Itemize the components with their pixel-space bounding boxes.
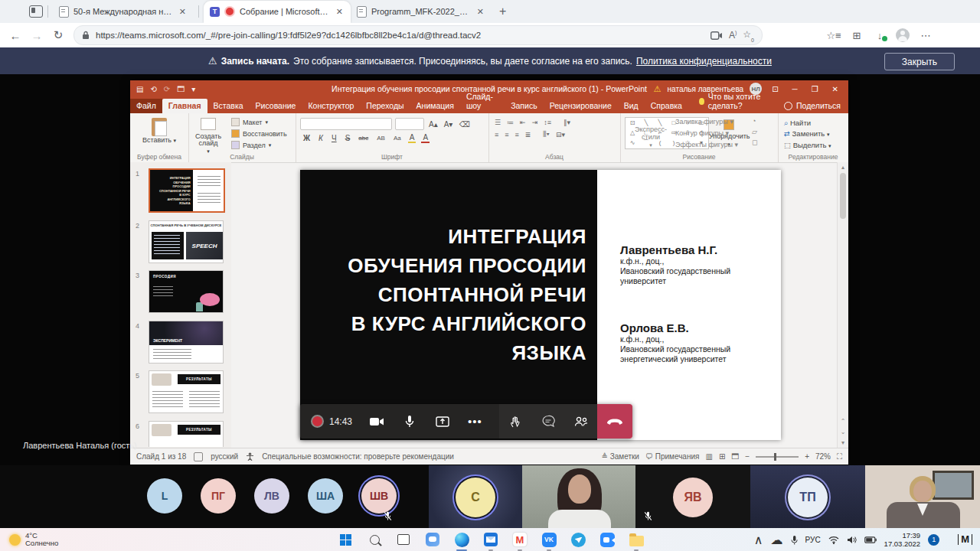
hang-up-button[interactable]: [597, 404, 632, 439]
zoom-in-icon[interactable]: +: [805, 452, 809, 461]
speaker-icon[interactable]: [847, 536, 857, 544]
quick-styles-button[interactable]: Экспресс-стили▾: [629, 126, 672, 149]
explorer-button[interactable]: [628, 531, 645, 548]
new-slide-button[interactable]: Создать слайд ▾: [188, 113, 228, 155]
favorite-star-icon[interactable]: ☆0: [743, 29, 754, 41]
shrink-font-icon[interactable]: А▾: [443, 120, 455, 129]
tray-mic-icon[interactable]: [791, 535, 798, 545]
edge-button[interactable]: [453, 531, 470, 548]
text-direction-icon[interactable]: ∥▾: [564, 119, 570, 126]
onedrive-icon[interactable]: ☁: [771, 533, 783, 547]
fit-to-window-icon[interactable]: ⛶: [837, 452, 842, 461]
participant-tile[interactable]: С: [429, 465, 522, 528]
slideshow-icon[interactable]: 🗔: [177, 85, 185, 93]
change-case-button[interactable]: Аа: [392, 135, 403, 142]
participant-avatar[interactable]: ПГ: [201, 478, 236, 514]
participant-avatar[interactable]: ЛВ: [254, 478, 289, 514]
save-icon[interactable]: ▤: [136, 85, 143, 93]
columns-icon[interactable]: ⫼▾: [543, 130, 550, 139]
reset-button[interactable]: Восстановить: [228, 128, 290, 139]
accessibility-label[interactable]: Специальные возможности: проверьте реком…: [262, 452, 454, 461]
chat-button[interactable]: [532, 415, 565, 428]
read-aloud-icon[interactable]: A): [729, 30, 737, 41]
weather-widget[interactable]: 4°C Солнечно: [9, 532, 58, 547]
strike-abc-button[interactable]: abc: [357, 135, 370, 142]
shape-outline-button[interactable]: ▱: [749, 126, 760, 137]
align-center-icon[interactable]: ≡: [505, 131, 508, 139]
highlight-button[interactable]: А: [408, 133, 416, 143]
close-tab-icon[interactable]: ✕: [335, 7, 345, 17]
banner-close-button[interactable]: Закрыть: [884, 53, 955, 70]
browser-tab-1[interactable]: 50-я Международная научная к ✕: [53, 1, 194, 23]
gmail-button[interactable]: M: [511, 531, 528, 548]
slide-thumbnail-3[interactable]: ПРОСОДИЯ: [149, 270, 224, 313]
zoom-out-icon[interactable]: −: [745, 452, 750, 461]
find-button[interactable]: ⌕ Найти: [784, 118, 848, 129]
restore-icon[interactable]: ❐: [808, 85, 822, 93]
clock[interactable]: 17:39 17.03.2022: [884, 531, 921, 548]
tab-view[interactable]: Вид: [618, 99, 645, 113]
collections-icon[interactable]: ⊞: [845, 30, 868, 41]
tab-design[interactable]: Конструктор: [302, 99, 360, 113]
notification-badge[interactable]: 1: [928, 534, 939, 546]
language-label[interactable]: русский: [211, 452, 238, 461]
customize-qat-icon[interactable]: ▾: [191, 85, 195, 93]
participant-video-tile[interactable]: [865, 465, 980, 528]
tab-slideshow[interactable]: Слайд-шоу: [460, 90, 505, 113]
browser-tab-3[interactable]: Programm_MFK-2022_pravka.ind ✕: [351, 1, 492, 23]
more-actions-button[interactable]: •••: [459, 415, 492, 428]
close-icon[interactable]: ✕: [828, 85, 842, 93]
share-screen-button[interactable]: [426, 416, 459, 428]
strikethrough-button[interactable]: S: [344, 134, 352, 142]
slide-thumbnail-4[interactable]: ЭКСПЕРИМЕНТ: [149, 321, 224, 364]
font-size-combo[interactable]: [395, 118, 424, 130]
participant-avatar-speaking[interactable]: ШВ: [361, 478, 397, 514]
slide-counter[interactable]: Слайд 1 из 18: [136, 452, 186, 461]
downloads-icon[interactable]: ↓: [868, 30, 891, 41]
slide-thumbnail-6[interactable]: РЕЗУЛЬТАТЫ: [149, 421, 224, 447]
m-logo-icon[interactable]: М: [958, 534, 972, 545]
scroll-up-icon[interactable]: ▴: [838, 162, 848, 171]
font-name-combo[interactable]: [300, 118, 392, 130]
share-button[interactable]: Поделиться: [776, 101, 848, 113]
tab-review[interactable]: Рецензирование: [544, 99, 618, 113]
shape-fill-button[interactable]: ◔: [749, 116, 760, 126]
grow-font-icon[interactable]: А▴: [427, 120, 439, 129]
smartart-icon[interactable]: ⊟▾: [556, 131, 565, 139]
vertical-scrollbar[interactable]: ▴ ⌃ ⌄ ▾: [837, 162, 848, 448]
tell-me-box[interactable]: Что вы хотите сделать?: [699, 92, 776, 113]
url-field[interactable]: https://teams.microsoft.com/_#/pre-join-…: [74, 25, 763, 45]
privacy-policy-link[interactable]: Политика конфиденциальности: [636, 56, 772, 67]
shape-effects-label[interactable]: Эффекты фигуры ▾: [675, 139, 738, 151]
participant-avatar[interactable]: L: [147, 478, 182, 514]
clear-format-icon[interactable]: ⌫: [457, 120, 471, 129]
paste-button[interactable]: Вставить ▾: [130, 118, 188, 145]
slide-thumbnail-5[interactable]: РЕЗУЛЬТАТЫ: [149, 370, 224, 413]
tab-transitions[interactable]: Переходы: [360, 99, 410, 113]
close-tab-icon[interactable]: ✕: [178, 7, 188, 17]
spellcheck-icon[interactable]: [194, 452, 203, 461]
raise-hand-button[interactable]: [499, 415, 532, 429]
tab-help[interactable]: Справка: [645, 99, 688, 113]
participant-avatar[interactable]: ША: [308, 478, 343, 514]
back-icon[interactable]: ←: [5, 29, 26, 42]
scrollbar-thumb[interactable]: [840, 173, 846, 219]
scroll-down-icon[interactable]: ▾: [838, 439, 848, 446]
comments-button[interactable]: 🗩 Примечания: [645, 452, 700, 461]
microphone-button[interactable]: [393, 415, 426, 429]
shape-outline-label[interactable]: Контур фигуры ▾: [675, 128, 738, 139]
battery-icon[interactable]: [864, 536, 877, 543]
shape-effects-button[interactable]: ◻: [749, 137, 760, 148]
justify-icon[interactable]: ≣: [525, 131, 531, 139]
media-control-icon[interactable]: [710, 31, 723, 40]
browser-menu-icon[interactable]: ⋯: [914, 30, 937, 41]
indent-less-icon[interactable]: ⇤: [520, 119, 526, 126]
slideshow-view-icon[interactable]: 🗖: [731, 452, 739, 461]
account-warning-icon[interactable]: ⚠: [654, 84, 662, 94]
wifi-icon[interactable]: [828, 536, 839, 544]
tray-expand-icon[interactable]: ∧: [754, 533, 763, 547]
close-tab-icon[interactable]: ✕: [475, 7, 485, 17]
refresh-icon[interactable]: ↻: [47, 28, 69, 42]
bold-button[interactable]: Ж: [302, 134, 312, 142]
search-button[interactable]: [366, 531, 383, 548]
